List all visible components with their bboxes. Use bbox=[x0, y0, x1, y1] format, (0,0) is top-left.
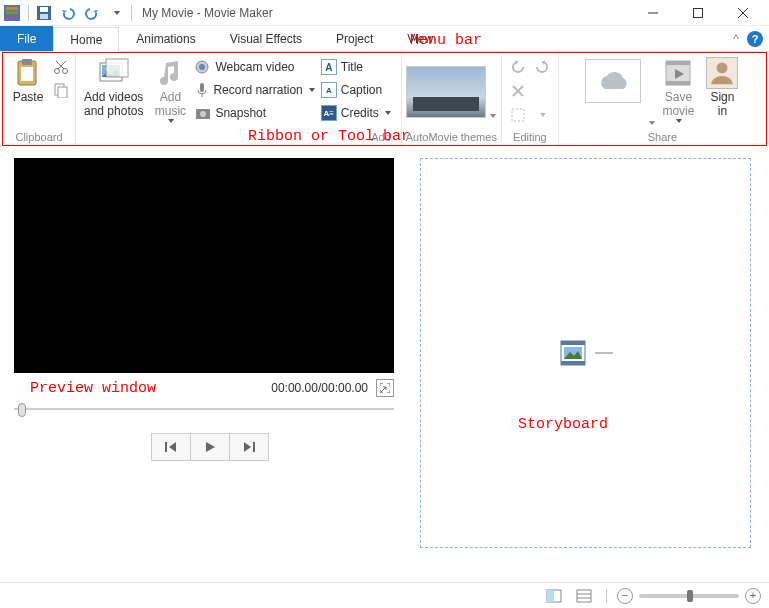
menu-bar: File Home Animations Visual Effects Proj… bbox=[0, 26, 769, 52]
svg-point-29 bbox=[200, 111, 206, 117]
svg-point-25 bbox=[199, 64, 205, 70]
cut-button[interactable] bbox=[51, 57, 71, 77]
edit-dropdown-icon[interactable] bbox=[532, 105, 552, 125]
add-videos-label: Add videos and photos bbox=[84, 91, 143, 119]
add-music-button[interactable]: Add music bbox=[149, 55, 191, 125]
credits-button[interactable]: A≡Credits bbox=[319, 103, 397, 123]
fullscreen-button[interactable] bbox=[376, 379, 394, 397]
svg-rect-13 bbox=[21, 67, 33, 81]
tab-visual-effects[interactable]: Visual Effects bbox=[213, 26, 319, 51]
app-icon bbox=[4, 5, 20, 21]
paste-label: Paste bbox=[13, 91, 44, 105]
svg-rect-12 bbox=[22, 59, 32, 65]
help-icon[interactable]: ? bbox=[747, 31, 763, 47]
automovie-theme-thumb[interactable] bbox=[406, 66, 486, 118]
maximize-button[interactable] bbox=[675, 0, 720, 26]
svg-rect-26 bbox=[200, 83, 204, 92]
svg-rect-2 bbox=[6, 11, 18, 14]
ribbon-group-add: Add videos and photos Add music Webcam v… bbox=[76, 53, 402, 145]
share-more-icon[interactable] bbox=[649, 121, 655, 125]
ribbon-group-automovie: AutoMovie themes bbox=[402, 53, 502, 145]
ribbon-group-label: Editing bbox=[513, 129, 547, 145]
status-bar: − + bbox=[0, 582, 769, 608]
undo-button[interactable] bbox=[57, 2, 79, 24]
tab-view[interactable]: View bbox=[390, 26, 450, 51]
ribbon-group-share: Save movie Sign in Share bbox=[559, 53, 766, 145]
svg-rect-8 bbox=[693, 8, 702, 17]
storyboard-pane bbox=[410, 148, 769, 582]
svg-point-14 bbox=[55, 69, 60, 74]
minimize-button[interactable] bbox=[630, 0, 675, 26]
automovie-more-icon[interactable] bbox=[490, 114, 496, 118]
qat-separator bbox=[28, 5, 29, 21]
quick-access-toolbar bbox=[33, 2, 127, 24]
seek-slider[interactable] bbox=[14, 403, 394, 415]
zoom-slider[interactable] bbox=[639, 594, 739, 598]
delete-button[interactable] bbox=[508, 81, 528, 101]
ribbon-group-label: Share bbox=[648, 129, 677, 145]
rotate-left-button[interactable] bbox=[508, 57, 528, 77]
rotate-right-button[interactable] bbox=[532, 57, 552, 77]
ribbon-toolbar: Paste Clipboard Add videos and photos Ad… bbox=[2, 52, 767, 146]
collapse-ribbon-icon[interactable]: ^ bbox=[733, 32, 739, 46]
play-button[interactable] bbox=[190, 433, 230, 461]
share-cloud-button[interactable] bbox=[581, 55, 645, 107]
window-title: My Movie - Movie Maker bbox=[142, 6, 273, 20]
qat-dropdown[interactable] bbox=[105, 2, 127, 24]
preview-video[interactable] bbox=[14, 158, 394, 373]
svg-rect-19 bbox=[58, 87, 67, 98]
webcam-video-button[interactable]: Webcam video bbox=[193, 57, 316, 77]
prev-frame-button[interactable] bbox=[151, 433, 191, 461]
svg-rect-41 bbox=[561, 361, 585, 365]
sign-in-button[interactable]: Sign in bbox=[701, 55, 743, 121]
ribbon-group-clipboard: Paste Clipboard bbox=[3, 53, 76, 145]
tab-file[interactable]: File bbox=[0, 26, 53, 51]
view-list-button[interactable] bbox=[572, 586, 596, 606]
svg-rect-35 bbox=[666, 81, 690, 85]
tab-home[interactable]: Home bbox=[53, 27, 119, 52]
svg-rect-40 bbox=[561, 341, 585, 345]
ribbon-group-label: Clipboard bbox=[15, 129, 62, 145]
qat-separator bbox=[131, 5, 132, 21]
svg-line-16 bbox=[58, 61, 66, 69]
save-movie-button[interactable]: Save movie bbox=[657, 55, 699, 125]
storyboard-placeholder bbox=[559, 339, 613, 367]
save-button[interactable] bbox=[33, 2, 55, 24]
add-videos-photos-button[interactable]: Add videos and photos bbox=[80, 55, 147, 121]
add-music-label: Add music bbox=[155, 91, 186, 119]
timecode: 00:00.00/00:00.00 bbox=[271, 381, 368, 395]
svg-rect-45 bbox=[577, 590, 591, 602]
svg-rect-38 bbox=[253, 442, 255, 452]
tab-project[interactable]: Project bbox=[319, 26, 390, 51]
preview-pane: 00:00.00/00:00.00 bbox=[0, 148, 410, 582]
tab-animations[interactable]: Animations bbox=[119, 26, 212, 51]
snapshot-button[interactable]: Snapshot bbox=[193, 103, 316, 123]
close-button[interactable] bbox=[720, 0, 765, 26]
zoom-out-button[interactable]: − bbox=[617, 588, 633, 604]
view-thumb-button[interactable] bbox=[542, 586, 566, 606]
content-area: 00:00.00/00:00.00 bbox=[0, 148, 769, 582]
paste-button[interactable]: Paste bbox=[7, 55, 49, 107]
title-button[interactable]: ATitle bbox=[319, 57, 397, 77]
svg-rect-37 bbox=[165, 442, 167, 452]
caption-button[interactable]: ACaption bbox=[319, 80, 397, 100]
svg-rect-23 bbox=[106, 59, 128, 77]
next-frame-button[interactable] bbox=[229, 433, 269, 461]
svg-point-15 bbox=[63, 69, 68, 74]
svg-rect-5 bbox=[40, 7, 48, 12]
sign-in-label: Sign in bbox=[710, 91, 734, 119]
window-controls bbox=[630, 0, 765, 26]
save-movie-label: Save movie bbox=[662, 91, 694, 119]
select-all-button[interactable] bbox=[508, 105, 528, 125]
copy-button[interactable] bbox=[51, 80, 71, 100]
ribbon-group-label: Add bbox=[371, 129, 397, 145]
record-narration-button[interactable]: Record narration bbox=[193, 80, 316, 100]
svg-rect-6 bbox=[40, 14, 48, 19]
zoom-in-button[interactable]: + bbox=[745, 588, 761, 604]
svg-rect-34 bbox=[666, 61, 690, 65]
svg-rect-3 bbox=[6, 15, 18, 18]
redo-button[interactable] bbox=[81, 2, 103, 24]
svg-rect-1 bbox=[6, 7, 18, 10]
storyboard[interactable] bbox=[420, 158, 751, 548]
clip-icon bbox=[559, 339, 587, 367]
